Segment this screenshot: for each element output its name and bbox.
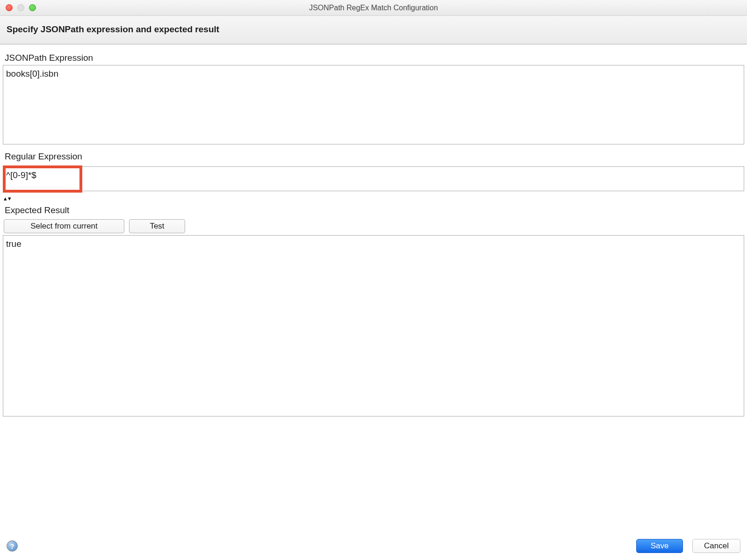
- expected-buttons-row: Select from current Test: [3, 217, 744, 235]
- help-icon[interactable]: ?: [7, 540, 18, 552]
- regex-label: Regular Expression: [3, 147, 744, 164]
- arrow-up-icon[interactable]: ▴: [4, 195, 7, 201]
- select-from-current-button[interactable]: Select from current: [4, 219, 124, 233]
- test-button[interactable]: Test: [129, 219, 185, 233]
- window-titlebar: JSONPath RegEx Match Configuration: [0, 0, 747, 16]
- dialog-content: JSONPath Expression Regular Expression ▴…: [0, 44, 747, 419]
- jsonpath-label: JSONPath Expression: [3, 50, 744, 65]
- close-window-button[interactable]: [6, 4, 13, 11]
- sort-arrows: ▴ ▾: [3, 194, 744, 202]
- save-button[interactable]: Save: [636, 539, 683, 553]
- maximize-window-button[interactable]: [29, 4, 36, 11]
- expected-result-label: Expected Result: [3, 202, 744, 217]
- minimize-window-button[interactable]: [17, 4, 24, 11]
- arrow-down-icon[interactable]: ▾: [8, 195, 11, 201]
- dialog-header-title: Specify JSONPath expression and expected…: [7, 24, 740, 35]
- traffic-lights: [0, 4, 36, 11]
- dialog-footer: ? Save Cancel: [0, 537, 747, 560]
- dialog-header: Specify JSONPath expression and expected…: [0, 16, 747, 44]
- regex-container: [3, 166, 744, 194]
- expected-result-input[interactable]: [3, 235, 744, 416]
- jsonpath-input[interactable]: [3, 65, 744, 144]
- regex-input[interactable]: [3, 166, 744, 191]
- window-title: JSONPath RegEx Match Configuration: [309, 4, 438, 12]
- cancel-button[interactable]: Cancel: [692, 539, 740, 553]
